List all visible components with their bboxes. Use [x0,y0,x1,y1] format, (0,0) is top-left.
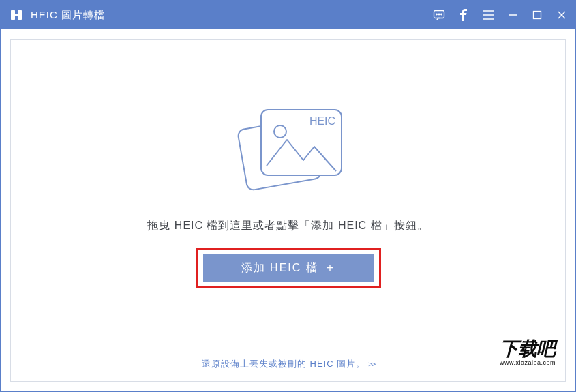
content-area: HEIC 拖曳 HEIC 檔到這里或者點擊「添加 HEIC 檔」按鈕。 添加 H… [1,29,575,391]
instruction-text: 拖曳 HEIC 檔到這里或者點擊「添加 HEIC 檔」按鈕。 [147,219,428,233]
svg-rect-2 [14,14,19,16]
chevron-right-icon: >> [368,360,374,368]
feedback-icon[interactable] [432,8,446,22]
recover-link[interactable]: 還原設備上丟失或被刪的 HEIC 圖片。 >> [202,358,374,370]
menu-icon[interactable] [481,8,495,22]
heic-illustration: HEIC [227,97,350,207]
app-logo-icon [9,7,24,22]
add-button-label: 添加 HEIC 檔 [241,261,318,275]
highlight-box: 添加 HEIC 檔 + [196,248,381,288]
drop-panel[interactable]: HEIC 拖曳 HEIC 檔到這里或者點擊「添加 HEIC 檔」按鈕。 添加 H… [10,39,566,382]
titlebar: HEIC 圖片轉檔 [1,1,575,29]
add-heic-button[interactable]: 添加 HEIC 檔 + [203,254,374,282]
maximize-icon[interactable] [530,8,544,22]
heic-badge-text: HEIC [309,115,335,127]
watermark: 下载吧 www.xiazaiba.com [500,336,556,366]
svg-point-4 [436,14,438,15]
watermark-url: www.xiazaiba.com [500,359,556,366]
svg-rect-11 [534,12,541,19]
close-icon[interactable] [555,8,569,22]
svg-point-6 [441,14,442,15]
app-title: HEIC 圖片轉檔 [31,9,432,22]
titlebar-actions [432,8,569,22]
facebook-icon[interactable] [457,8,470,22]
plus-icon: + [327,261,335,275]
watermark-title: 下载吧 [500,336,556,362]
minimize-icon[interactable] [506,8,519,22]
svg-point-5 [438,14,440,15]
app-window: HEIC 圖片轉檔 [0,0,576,392]
recover-link-text: 還原設備上丟失或被刪的 HEIC 圖片。 [202,358,365,370]
